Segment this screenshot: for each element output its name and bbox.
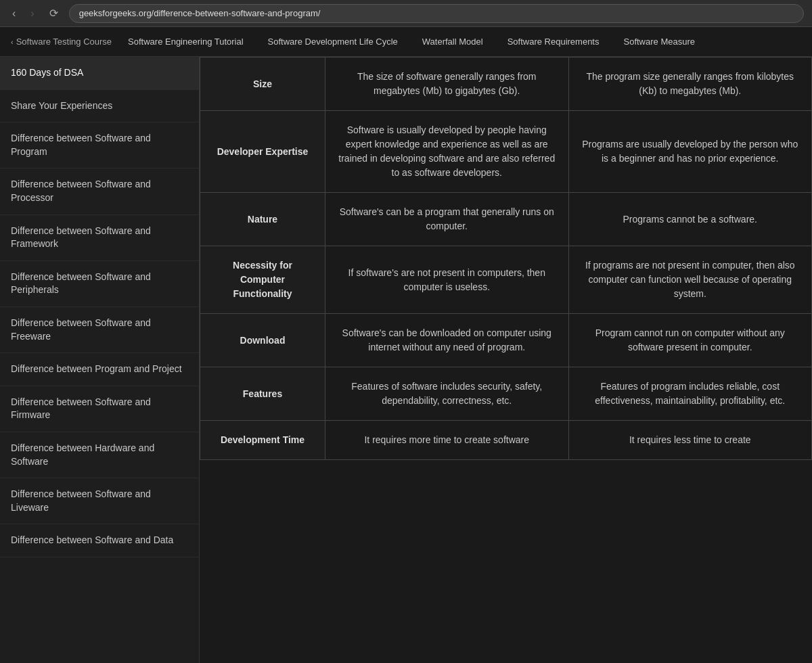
comparison-table: Size The size of software generally rang… <box>200 57 812 460</box>
program-cell: Programs are usually developed by the pe… <box>568 111 812 193</box>
program-cell: Features of program includes reliable, c… <box>568 367 812 421</box>
nav-item-2[interactable]: Waterfall Model <box>410 27 495 57</box>
forward-button[interactable]: › <box>26 6 38 21</box>
browser-bar: ‹ › ⟳ <box>0 0 812 27</box>
table-row: Download Software's can be downloaded on… <box>200 314 812 367</box>
program-cell: If programs are not present in computer,… <box>568 246 812 314</box>
sidebar-item-2[interactable]: Difference between Software and Program <box>0 122 199 168</box>
sidebar-item-3[interactable]: Difference between Software and Processo… <box>0 168 199 214</box>
aspect-cell: Download <box>200 314 325 367</box>
aspect-cell: Nature <box>200 193 325 246</box>
aspect-cell: Size <box>200 58 325 111</box>
content-area: Size The size of software generally rang… <box>200 57 812 663</box>
software-cell: If software's are not present in compute… <box>325 246 569 314</box>
sidebar-item-0[interactable]: 160 Days of DSA <box>0 57 199 90</box>
program-cell: The program size generally ranges from k… <box>568 58 812 111</box>
table-row: Necessity for Computer Functionality If … <box>200 246 812 314</box>
url-bar[interactable] <box>69 4 804 23</box>
refresh-button[interactable]: ⟳ <box>45 5 62 21</box>
nav-item-0[interactable]: Software Engineering Tutorial <box>116 27 256 57</box>
aspect-cell: Necessity for Computer Functionality <box>200 246 325 314</box>
software-cell: Features of software includes security, … <box>325 367 569 421</box>
nav-item-3[interactable]: Software Requirements <box>495 27 612 57</box>
aspect-cell: Developer Expertise <box>200 111 325 193</box>
nav-item-1[interactable]: Software Development Life Cycle <box>256 27 410 57</box>
software-cell: The size of software generally ranges fr… <box>325 58 569 111</box>
table-row: Nature Software's can be a program that … <box>200 193 812 246</box>
table-row: Size The size of software generally rang… <box>200 58 812 111</box>
sidebar-item-5[interactable]: Difference between Software and Peripher… <box>0 261 199 307</box>
sidebar-item-1[interactable]: Share Your Experiences <box>0 90 199 123</box>
table-row: Developer Expertise Software is usually … <box>200 111 812 193</box>
sidebar-toggle-button[interactable]: ‹ Software Testing Course <box>7 37 116 47</box>
aspect-cell: Development Time <box>200 421 325 460</box>
sidebar-item-10[interactable]: Difference between Software and Liveware <box>0 478 199 524</box>
sidebar-item-8[interactable]: Difference between Software and Firmware <box>0 386 199 432</box>
software-cell: Software's can be downloaded on computer… <box>325 314 569 367</box>
table-row: Features Features of software includes s… <box>200 367 812 421</box>
sidebar-item-7[interactable]: Difference between Program and Project <box>0 353 199 386</box>
sidebar: 160 Days of DSA Share Your Experiences D… <box>0 57 200 663</box>
nav-item-4[interactable]: Software Measure <box>611 27 707 57</box>
software-cell: It requires more time to create software <box>325 421 569 460</box>
main-area: 160 Days of DSA Share Your Experiences D… <box>0 57 812 663</box>
sidebar-item-11[interactable]: Difference between Software and Data <box>0 524 199 557</box>
top-nav-items: Software Engineering Tutorial Software D… <box>116 27 707 57</box>
software-testing-label: Software Testing Course <box>16 37 112 47</box>
program-cell: Program cannot run on computer without a… <box>568 314 812 367</box>
back-button[interactable]: ‹ <box>8 6 20 21</box>
sidebar-item-6[interactable]: Difference between Software and Freeware <box>0 307 199 353</box>
program-cell: It requires less time to create <box>568 421 812 460</box>
sidebar-item-9[interactable]: Difference between Hardware and Software <box>0 432 199 478</box>
top-nav: ‹ Software Testing Course Software Engin… <box>0 27 812 57</box>
aspect-cell: Features <box>200 367 325 421</box>
chevron-left-icon: ‹ <box>11 38 14 46</box>
table-row: Development Time It requires more time t… <box>200 421 812 460</box>
program-cell: Programs cannot be a software. <box>568 193 812 246</box>
sidebar-item-4[interactable]: Difference between Software and Framewor… <box>0 215 199 261</box>
software-cell: Software's can be a program that general… <box>325 193 569 246</box>
software-cell: Software is usually developed by people … <box>325 111 569 193</box>
